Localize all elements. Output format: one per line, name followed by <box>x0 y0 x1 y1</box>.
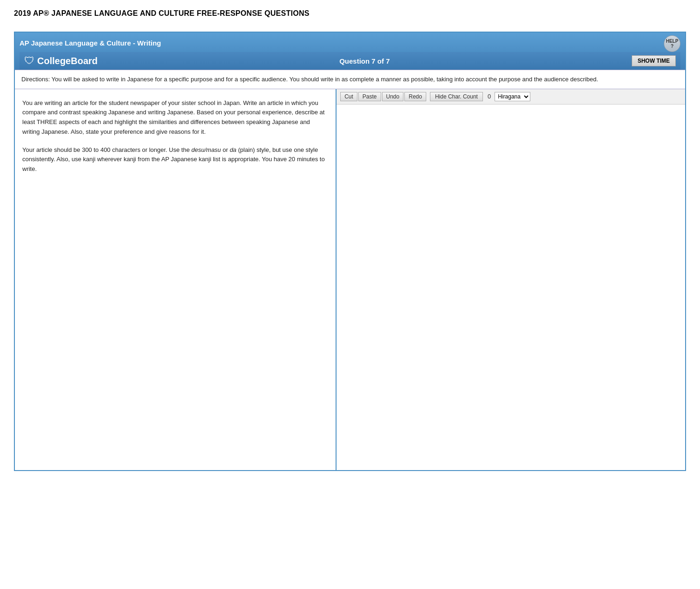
directions-bar: Directions: You will be asked to write i… <box>15 70 685 89</box>
question-paragraph2: Your article should be 300 to 400 charac… <box>22 145 328 174</box>
main-content: You are writing an article for the stude… <box>15 89 685 470</box>
help-button[interactable]: HELP ? <box>664 35 680 52</box>
writing-toolbar: Cut Paste Undo Redo Hide Char. Count 0 H… <box>337 89 685 105</box>
app-container: AP Japanese Language & Culture - Writing… <box>14 32 686 471</box>
redo-button[interactable]: Redo <box>404 92 426 101</box>
question-p2-italic2: da <box>230 146 236 153</box>
logo-area: 🛡 CollegeBoard <box>24 55 98 67</box>
app-header: AP Japanese Language & Culture - Writing… <box>15 33 685 70</box>
question-label: Question 7 of 7 <box>98 57 632 65</box>
char-count-display: 0 <box>488 93 491 100</box>
writing-textarea[interactable] <box>337 105 685 470</box>
input-mode-select[interactable]: Hiragana Katakana Romaji <box>495 92 530 101</box>
question-p2-middle: or <box>221 146 230 153</box>
question-paragraph1: You are writing an article for the stude… <box>22 98 328 137</box>
paste-button[interactable]: Paste <box>358 92 381 101</box>
question-panel: You are writing an article for the stude… <box>15 89 337 470</box>
question-p2-italic1: desu/masu <box>192 146 221 153</box>
app-header-bottom: 🛡 CollegeBoard Question 7 of 7 SHOW TIME <box>20 52 680 70</box>
hide-char-count-button[interactable]: Hide Char. Count <box>430 92 483 101</box>
directions-text: Directions: You will be asked to write i… <box>21 76 598 83</box>
page-title: 2019 AP® JAPANESE LANGUAGE AND CULTURE F… <box>14 9 686 18</box>
help-symbol: ? <box>671 44 674 49</box>
undo-button[interactable]: Undo <box>382 92 404 101</box>
shield-icon: 🛡 <box>24 55 34 67</box>
question-p2-before: Your article should be 300 to 400 charac… <box>22 146 192 153</box>
cut-button[interactable]: Cut <box>340 92 357 101</box>
logo-text: CollegeBoard <box>37 56 98 66</box>
app-title: AP Japanese Language & Culture - Writing <box>20 39 161 49</box>
help-label: HELP <box>666 39 679 44</box>
show-time-button[interactable]: SHOW TIME <box>632 55 676 66</box>
writing-panel: Cut Paste Undo Redo Hide Char. Count 0 H… <box>337 89 685 470</box>
